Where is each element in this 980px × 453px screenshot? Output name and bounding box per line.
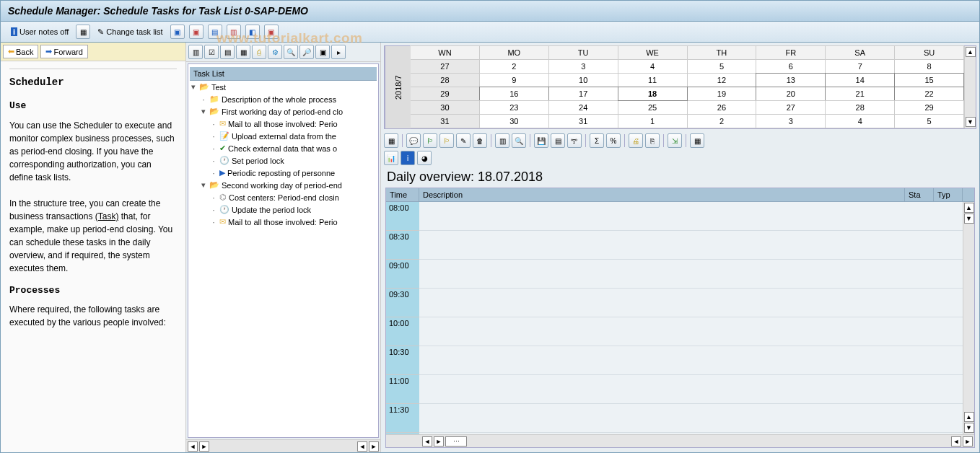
cal-day[interactable]: 30 [479, 114, 549, 128]
cal-day[interactable]: 6 [756, 59, 826, 74]
scroll-up-icon[interactable]: ▲ [966, 47, 976, 57]
tree-tool-6[interactable]: ⚙ [268, 45, 282, 59]
schedule-cell[interactable] [419, 202, 963, 231]
task-link[interactable]: (Task) [95, 211, 119, 221]
scroll-down-icon[interactable]: ▼ [964, 214, 974, 224]
forward-button[interactable]: ➡ Forward [40, 45, 87, 58]
cal-day[interactable]: 19 [687, 87, 757, 101]
cal-day[interactable]: 7 [825, 59, 895, 74]
tree-tool-5[interactable]: ⎙ [252, 45, 266, 59]
tree-expand-right[interactable]: ▸ [331, 45, 346, 59]
cal-day[interactable]: 22 [894, 87, 964, 101]
sched-tool[interactable]: ▦ [384, 133, 398, 148]
toolbar-icon-2[interactable]: ▣ [189, 25, 204, 39]
cal-day[interactable]: 27 [756, 100, 826, 115]
schedule-cell[interactable] [419, 289, 963, 317]
cal-day[interactable]: 17 [548, 87, 618, 101]
cal-day[interactable]: 28 [825, 100, 895, 115]
tree-tool-4[interactable]: ▦ [236, 45, 250, 59]
cal-day[interactable]: 16 [479, 87, 549, 101]
scroll-up-icon[interactable]: ▲ [964, 412, 974, 422]
scroll-down-icon[interactable]: ▼ [964, 423, 974, 433]
calendar-scrollbar[interactable]: ▲ ▼ [964, 46, 976, 128]
schedule-scrollbar[interactable]: ▲ ▼ ▲ ▼ [963, 202, 974, 434]
cal-day[interactable]: 12 [687, 73, 757, 87]
sched-tool[interactable]: Σ [590, 133, 604, 148]
pie-icon[interactable]: ◕ [417, 151, 432, 165]
tree-item[interactable]: ▾📂First working day of period-end clo [190, 105, 377, 118]
schedule-cell[interactable] [419, 231, 963, 260]
cal-day[interactable]: 10 [548, 73, 618, 87]
tree-item[interactable]: ·✉Mail to all those involved: Perio [190, 118, 377, 130]
sched-tool[interactable]: ▦ [690, 133, 704, 148]
sched-tool[interactable]: 🗑 [473, 133, 487, 148]
back-button[interactable]: ⬅ Back [3, 45, 38, 58]
scroll-right-icon[interactable]: ► [963, 436, 973, 447]
sched-tool[interactable]: 💾 [534, 133, 548, 148]
scroll-up-icon[interactable]: ▲ [964, 203, 974, 213]
toolbar-icon-5[interactable]: ◧ [245, 25, 260, 39]
cal-day[interactable]: 26 [687, 100, 757, 115]
tree-item[interactable]: ·✔Check external data that was o [190, 142, 377, 154]
cal-day[interactable]: 15 [894, 73, 964, 87]
schedule-cell[interactable] [419, 404, 963, 433]
toolbar-icon-4[interactable]: ▥ [227, 25, 241, 39]
cal-day[interactable]: 23 [479, 100, 549, 115]
tree-tool-1[interactable]: ▥ [188, 45, 203, 59]
cal-day[interactable]: 9 [479, 73, 549, 87]
change-task-button[interactable]: ✎ Change task list [95, 26, 165, 38]
cal-day[interactable]: 18 [618, 87, 688, 101]
cal-day[interactable]: 21 [825, 87, 895, 101]
sched-tool[interactable]: ⇲ [668, 133, 682, 148]
schedule-cell[interactable] [419, 317, 963, 346]
sched-tool[interactable]: ▥ [495, 133, 509, 148]
sched-tool[interactable]: 🝖 [567, 133, 582, 148]
cal-day[interactable]: 5 [687, 59, 757, 74]
user-notes-button[interactable]: i User notes off [8, 26, 71, 38]
scroll-right-icon[interactable]: ► [434, 436, 444, 447]
schedule-cell[interactable] [419, 260, 963, 289]
schedule-cell[interactable] [419, 346, 963, 375]
cal-day[interactable]: 4 [825, 114, 895, 128]
cal-day[interactable]: 2 [687, 114, 757, 128]
tree-item[interactable]: ·✉Mail to all those involved: Perio [190, 216, 377, 228]
cal-day[interactable]: 25 [618, 100, 688, 115]
sched-tool[interactable]: 🔍 [512, 133, 526, 148]
sched-tool[interactable]: 🏳 [423, 133, 437, 148]
tree-item[interactable]: ·🕐Set period lock [190, 154, 377, 167]
tree-tool-7[interactable]: 🔍 [284, 45, 298, 59]
tree-tool-3[interactable]: ▤ [220, 45, 235, 59]
scroll-left-icon[interactable]: ◄ [951, 436, 961, 447]
cal-day[interactable]: 29 [894, 100, 964, 115]
cal-day[interactable]: 5 [894, 114, 964, 128]
scroll-right-icon[interactable]: ► [199, 441, 209, 452]
cal-day[interactable]: 3 [756, 114, 826, 128]
cal-day[interactable]: 13 [756, 73, 826, 87]
scroll-right-icon[interactable]: ► [369, 441, 379, 452]
tree-item[interactable]: ·📝Upload external data from the [190, 130, 377, 142]
cal-day[interactable]: 20 [756, 87, 826, 101]
cal-day[interactable]: 2 [479, 59, 549, 74]
grid-icon-button[interactable]: ▦ [76, 25, 90, 39]
toolbar-icon-6[interactable]: ▣ [264, 25, 279, 39]
desc-column[interactable] [419, 202, 963, 434]
sched-tool[interactable]: 🏳 [439, 133, 454, 148]
sched-tool[interactable]: 💬 [406, 133, 421, 148]
tree-item[interactable]: ▾📂Second working day of period-end [190, 179, 377, 191]
scroll-thumb[interactable]: ⋯ [445, 436, 467, 447]
cal-day[interactable]: 1 [618, 114, 688, 128]
schedule-cell[interactable] [419, 375, 963, 404]
cal-day[interactable]: 14 [825, 73, 895, 87]
cal-day[interactable]: 31 [548, 114, 618, 128]
tree-item[interactable]: ·🕐Update the period lock [190, 203, 377, 216]
scroll-left-icon[interactable]: ◄ [188, 441, 198, 452]
sched-tool[interactable]: % [606, 133, 621, 148]
cal-day[interactable]: 8 [894, 59, 964, 74]
sched-tool[interactable]: ▤ [551, 133, 565, 148]
scroll-left-icon[interactable]: ◄ [357, 441, 367, 452]
schedule-hscroll[interactable]: ◄ ► ⋯ ◄ ► [386, 434, 974, 447]
sched-tool[interactable]: ✎ [456, 133, 471, 148]
chart-icon[interactable]: 📊 [384, 151, 398, 165]
tree-item[interactable]: ·⌬Cost centers: Period-end closin [190, 191, 377, 203]
scroll-left-icon[interactable]: ◄ [422, 436, 432, 447]
